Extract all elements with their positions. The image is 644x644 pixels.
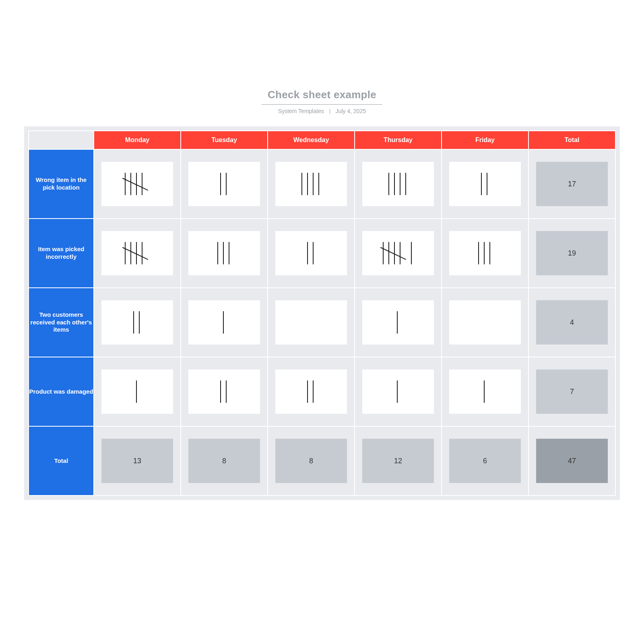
tally-icon [121,170,153,198]
tally-cell [442,357,528,426]
row-header-total: Total [29,426,94,495]
tally-cell [355,149,442,219]
column-total-cell: 6 [442,426,528,495]
check-sheet-table: MondayTuesdayWednesdayThursdayFridayTota… [28,130,616,496]
tally-card [275,162,347,206]
tally-cell [268,357,355,426]
tally-card [362,231,434,275]
tally-card [101,231,173,275]
tally-icon [379,239,417,267]
column-total-cell: 13 [94,426,181,495]
tally-icon [130,308,145,336]
header-row: MondayTuesdayWednesdayThursdayFridayTota… [29,131,615,149]
tally-card [188,369,260,414]
tally-cell [355,357,442,426]
column-header: Tuesday [181,131,268,149]
tally-card [101,162,173,206]
author-label: System Templates [278,108,324,114]
column-header: Total [528,131,615,149]
row-total: 7 [536,369,608,414]
tally-icon [121,239,153,267]
tally-icon [393,378,403,406]
page-title: Check sheet example [262,89,382,105]
tally-icon [214,239,235,267]
tally-card [449,369,521,414]
subtitle-separator [330,109,330,114]
page-subtitle: System Templates July 4, 2025 [0,108,644,114]
svg-line-31 [381,248,406,259]
tally-cell [442,219,528,288]
tally-card [101,300,173,345]
tally-cell [355,219,442,288]
tally-cell [442,288,528,357]
tally-card [188,231,260,275]
column-total: 12 [362,439,434,483]
tally-card [362,300,434,345]
svg-line-4 [123,178,148,190]
tally-card [362,162,434,206]
tally-card [449,300,521,345]
table-row: Two customers received each other's item… [29,288,615,357]
column-total-cell: 8 [268,426,355,495]
tally-cell [181,149,268,219]
column-total: 8 [275,439,347,483]
table-row: Product was damaged7 [29,357,615,426]
tally-cell [268,219,355,288]
tally-icon [217,378,232,406]
column-header: Thursday [355,131,442,149]
tally-cell [94,288,181,357]
tally-card [188,162,260,206]
column-total-cell: 8 [181,426,268,495]
tally-icon [217,170,232,198]
column-total: 13 [101,439,173,483]
tally-icon [393,308,403,336]
grand-total: 47 [536,439,608,483]
tally-cell [94,149,181,219]
column-header: Monday [94,131,181,149]
row-total-cell: 19 [528,219,615,288]
row-total: 19 [536,231,608,275]
tally-card [101,369,173,414]
tally-card [449,162,521,206]
column-header: Friday [442,131,528,149]
tally-icon [303,378,319,406]
row-header: Product was damaged [29,357,94,426]
tally-icon [132,378,142,406]
row-header: Wrong item in the pick location [29,149,94,219]
tally-icon [477,170,493,198]
tally-cell [268,288,355,357]
row-total: 4 [536,300,608,345]
row-total-cell: 17 [528,149,615,219]
row-total: 17 [536,162,608,206]
totals-row: Total138812647 [29,426,615,495]
grand-total-cell: 47 [528,426,615,495]
tally-card [275,231,347,275]
tally-cell [181,219,268,288]
tally-card [275,300,347,345]
tally-card [275,369,347,414]
tally-card [449,231,521,275]
table-row: Wrong item in the pick location17 [29,149,615,219]
tally-icon [298,170,324,198]
tally-card [188,300,260,345]
tally-icon [385,170,411,198]
row-total-cell: 4 [528,288,615,357]
tally-cell [355,288,442,357]
tally-cell [442,149,528,219]
column-total-cell: 12 [355,426,442,495]
tally-icon [219,308,229,336]
column-total: 6 [449,439,521,483]
svg-line-21 [123,248,148,259]
date-label: July 4, 2025 [336,108,366,114]
tally-cell [94,357,181,426]
table-body: Wrong item in the pick location17Item wa… [29,149,615,495]
corner-cell [29,131,94,149]
column-header: Wednesday [268,131,355,149]
table-row: Item was picked incorrectly19 [29,219,615,288]
row-header: Item was picked incorrectly [29,219,94,288]
tally-cell [181,357,268,426]
tally-cell [94,219,181,288]
tally-card [362,369,434,414]
tally-icon [475,239,495,267]
tally-cell [181,288,268,357]
